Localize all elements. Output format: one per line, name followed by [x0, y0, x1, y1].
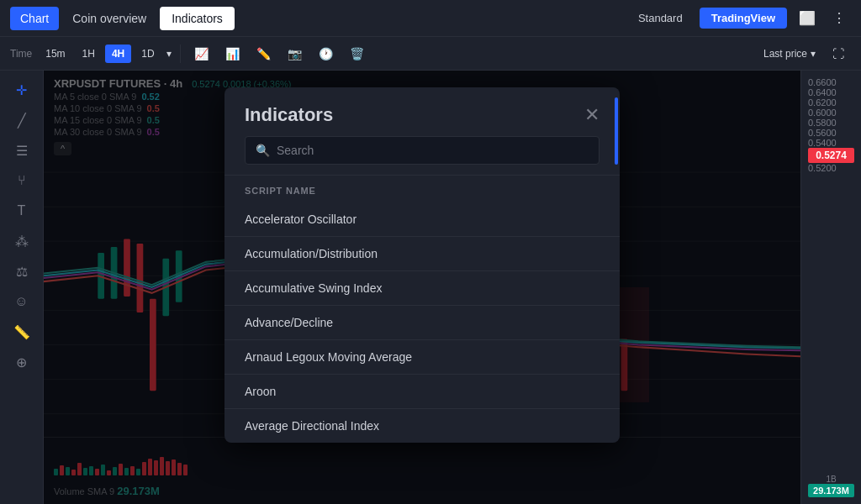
- trash-icon-button[interactable]: 🗑️: [343, 44, 371, 64]
- ruler-icon[interactable]: 📏: [7, 319, 37, 344]
- indicators-modal-overlay: Indicators ✕ 🔍 SCRIPT NAME Accelerator O…: [44, 71, 800, 504]
- price-5600: 0.5600: [808, 128, 854, 138]
- text-icon[interactable]: T: [7, 198, 37, 223]
- indicator-arnaud-legoux[interactable]: Arnaud Legoux Moving Average: [224, 340, 620, 375]
- last-price-chevron: ▾: [811, 48, 816, 60]
- modal-scrollbar-track[interactable]: [615, 97, 618, 165]
- price-5800: 0.5800: [808, 118, 854, 128]
- active-price-tag: 0.5274: [808, 148, 854, 163]
- standard-button[interactable]: Standard: [628, 8, 693, 29]
- tradingview-button[interactable]: TradingView: [700, 8, 787, 29]
- interval-15m-button[interactable]: 15m: [39, 45, 71, 63]
- candle-chart-icon-button[interactable]: 📊: [219, 44, 246, 64]
- search-icon: 🔍: [256, 144, 270, 157]
- crosshair-icon[interactable]: ✛: [7, 77, 37, 102]
- clock-icon-button[interactable]: 🕐: [312, 44, 340, 64]
- trend-line-icon[interactable]: ╱: [7, 108, 37, 133]
- price-5200: 0.5200: [808, 163, 854, 173]
- indicator-accumulative-swing-index[interactable]: Accumulative Swing Index: [224, 271, 620, 306]
- toolbar-separator: [180, 45, 181, 63]
- left-sidebar: ✛ ╱ ☰ ⑂ T ⁂ ⚖ ☺ 📏 ⊕: [0, 71, 44, 504]
- interval-dropdown-button[interactable]: ▾: [165, 45, 173, 63]
- nav-indicators-button[interactable]: Indicators: [160, 7, 235, 30]
- indicator-aroon[interactable]: Aroon: [224, 375, 620, 409]
- search-input[interactable]: [277, 144, 589, 157]
- nav-right: Standard TradingView ⬜ ⋮: [628, 7, 851, 29]
- price-5400: 0.5400: [808, 138, 854, 148]
- price-6600: 0.6600: [808, 77, 854, 87]
- interval-4h-button[interactable]: 4H: [105, 45, 131, 63]
- interval-1h-button[interactable]: 1H: [76, 45, 102, 63]
- modal-header: Indicators ✕: [224, 87, 620, 136]
- time-label: Time: [10, 48, 32, 60]
- zoom-icon[interactable]: ⊕: [7, 349, 37, 375]
- search-box: 🔍: [245, 136, 600, 165]
- line-chart-icon-button[interactable]: 📈: [188, 44, 215, 64]
- main-area: ✛ ╱ ☰ ⑂ T ⁂ ⚖ ☺ 📏 ⊕ XRPUSDT FUTURES · 4h…: [0, 71, 861, 504]
- price-6400: 0.6400: [808, 87, 854, 97]
- indicators-modal: Indicators ✕ 🔍 SCRIPT NAME Accelerator O…: [224, 87, 620, 443]
- menu-dots-button[interactable]: ⋮: [827, 7, 851, 29]
- window-icon-button[interactable]: ⬜: [794, 7, 821, 29]
- modal-title: Indicators: [245, 104, 333, 126]
- pencil-icon-button[interactable]: ✏️: [250, 44, 277, 64]
- top-nav: Chart Coin overview Indicators Standard …: [0, 0, 861, 37]
- indicator-advance-decline[interactable]: Advance/Decline: [224, 306, 620, 340]
- modal-list-column-header: SCRIPT NAME: [224, 176, 620, 202]
- node-icon[interactable]: ⁂: [7, 228, 37, 254]
- toolbar-right: Last price ▾ ⛶: [757, 44, 851, 64]
- horizontal-line-icon[interactable]: ☰: [7, 138, 37, 163]
- price-axis: 0.6600 0.6400 0.6200 0.6000 0.5800 0.560…: [800, 71, 861, 504]
- indicator-average-directional-index[interactable]: Average Directional Index: [224, 409, 620, 443]
- indicator-accelerator-oscillator[interactable]: Accelerator Oscillator: [224, 202, 620, 237]
- nav-chart-tab[interactable]: Chart: [10, 7, 59, 30]
- fork-icon[interactable]: ⑂: [7, 168, 37, 193]
- chart-area: XRPUSDT FUTURES · 4h 0.5274 0.0018 (+0.3…: [44, 71, 800, 504]
- price-6000: 0.6000: [808, 108, 854, 118]
- modal-close-button[interactable]: ✕: [584, 106, 600, 124]
- price-6200: 0.6200: [808, 97, 854, 108]
- modal-search: 🔍: [224, 136, 620, 175]
- camera-icon-button[interactable]: 📷: [281, 44, 309, 64]
- volume-active-tag: 29.173M: [808, 484, 854, 497]
- volume-axis-label: 1B: [808, 475, 854, 484]
- indicator-accumulation-distribution[interactable]: Accumulation/Distribution: [224, 237, 620, 271]
- fullscreen-button[interactable]: ⛶: [826, 44, 851, 64]
- last-price-button[interactable]: Last price ▾: [757, 45, 822, 63]
- interval-1d-button[interactable]: 1D: [135, 45, 161, 63]
- toolbar: Time 15m 1H 4H 1D ▾ 📈 📊 ✏️ 📷 🕐 🗑️ Last p…: [0, 37, 861, 71]
- last-price-label: Last price: [763, 48, 807, 60]
- modal-list: Accelerator Oscillator Accumulation/Dist…: [224, 202, 620, 443]
- smiley-icon[interactable]: ☺: [7, 289, 37, 314]
- nav-coin-overview-tab[interactable]: Coin overview: [62, 7, 156, 30]
- measure-icon[interactable]: ⚖: [7, 259, 37, 284]
